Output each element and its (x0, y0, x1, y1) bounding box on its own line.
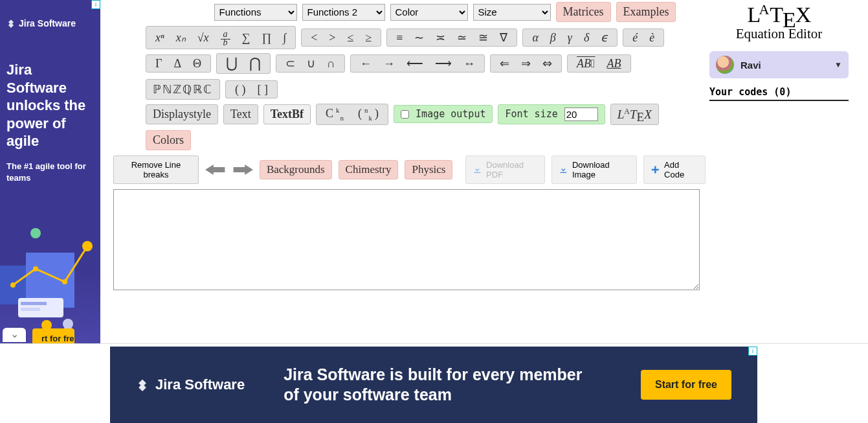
svg-point-12 (63, 319, 73, 329)
dropdown-row: Functions Functions 2 Color Size Matrice… (184, 2, 706, 22)
bottom-ad[interactable]: i Jira Software Jira Software is built f… (110, 347, 757, 423)
download-icon (559, 165, 568, 175)
textbf-button[interactable]: TextBf (263, 104, 311, 124)
image-output-checkbox[interactable] (401, 110, 409, 119)
undo-button[interactable] (205, 162, 226, 177)
backgrounds-button[interactable]: Backgrounds (260, 160, 332, 179)
select-functions-2[interactable]: Functions 2 (302, 4, 385, 21)
symgroup-accents[interactable]: éè (623, 29, 664, 47)
symgroup-brackets[interactable]: ( )[ ] (225, 80, 278, 98)
redo-button[interactable] (232, 162, 253, 177)
symbol-row-1: xⁿxₙ√xab∑∏∫ <>≤≥ ≡∼≍≃≅∇ αβγδϵ éè (146, 26, 706, 49)
svg-point-8 (33, 266, 38, 271)
separator (0, 343, 868, 344)
text-button[interactable]: Text (223, 104, 258, 124)
download-image-button[interactable]: Download Image (551, 155, 637, 184)
symgroup-bigops[interactable]: ⋃⋂ (216, 53, 271, 74)
download-icon (473, 165, 482, 175)
symgroup-relations[interactable]: ≡∼≍≃≅∇ (386, 29, 517, 47)
symgroup-arrows[interactable]: ←→⟵⟶↔ (350, 54, 485, 73)
latex-button[interactable]: LATEX (610, 104, 659, 125)
symgroup-vectors[interactable]: AB⃗AB (567, 54, 631, 73)
user-menu[interactable]: Ravi ▼ (709, 51, 849, 78)
ad-subtext: The #1 agile tool for teams (6, 161, 94, 184)
svg-point-5 (30, 228, 41, 238)
symbol-row-3: Displaystyle Text TextBf Ckn (nk) Image … (146, 104, 706, 150)
sidebar-ad[interactable]: i Jira Software Jira Software unlocks th… (0, 0, 100, 343)
examples-button[interactable]: Examples (616, 2, 676, 22)
svg-marker-15 (233, 165, 252, 175)
bottom-ad-headline: Jira Software is built for every member … (284, 365, 602, 406)
symgroup-sets[interactable]: ⊂∪∩ (276, 54, 345, 73)
ad-headline: Jira Software unlocks the power of agile (6, 61, 94, 150)
bottom-ad-cta[interactable]: Start for free (641, 370, 731, 400)
add-code-button[interactable]: Add Code (643, 155, 706, 184)
app-subtitle: Equation Editor (709, 26, 849, 42)
plus-icon (651, 165, 660, 175)
remove-linebreaks-button[interactable]: Remove Line breaks (113, 155, 199, 184)
latex-logo: LATEX (709, 1, 849, 27)
main-panel: Functions Functions 2 Color Size Matrice… (113, 2, 706, 292)
latex-editor-textarea[interactable] (113, 189, 700, 290)
ad-illustration (0, 207, 100, 343)
ad-info-icon[interactable]: i (91, 0, 100, 9)
bottom-ad-brand: Jira Software (136, 376, 245, 393)
chevron-down-icon: ▼ (834, 60, 842, 69)
symgroup-greek-lower[interactable]: αβγδϵ (522, 29, 618, 47)
displaystyle-button[interactable]: Displaystyle (146, 104, 218, 124)
select-size[interactable]: Size (473, 4, 551, 21)
font-size-label: Font size (505, 108, 557, 120)
symgroup-double-arrows[interactable]: ⇐⇒⇔ (490, 54, 562, 73)
select-color[interactable]: Color (390, 4, 468, 21)
svg-rect-17 (652, 169, 659, 170)
chimestry-button[interactable]: Chimestry (339, 160, 399, 179)
svg-rect-3 (21, 302, 47, 305)
physics-button[interactable]: Physics (405, 160, 452, 179)
svg-marker-14 (205, 165, 225, 175)
ad-info-icon[interactable]: i (748, 347, 757, 356)
ad-collapse-chevron-icon[interactable]: ⌄ (3, 328, 26, 342)
download-pdf-button[interactable]: Download PDF (465, 155, 545, 184)
symgroup-greek-upper[interactable]: ΓΔΘ (146, 54, 211, 73)
ad-brand: Jira Software (6, 18, 94, 29)
svg-point-9 (62, 279, 67, 284)
action-toolbar: Remove Line breaks Backgrounds Chimestry… (113, 155, 706, 184)
font-size-input[interactable] (564, 108, 598, 121)
svg-rect-4 (21, 308, 40, 311)
font-size-control[interactable]: Font size (498, 104, 605, 124)
symgroup-compare[interactable]: <>≤≥ (301, 29, 381, 47)
symgroup-basic[interactable]: xⁿxₙ√xab∑∏∫ (146, 26, 296, 49)
ad-cta-partial[interactable]: rt for free (32, 328, 74, 343)
symbol-row-2: ΓΔΘ ⋃⋂ ⊂∪∩ ←→⟵⟶↔ ⇐⇒⇔ AB⃗AB ℙℕℤℚℝℂ ( )[ ] (146, 53, 706, 100)
image-output-toggle[interactable]: Image output (394, 105, 493, 123)
avatar (716, 56, 734, 74)
your-codes-header: Your codes (0) (709, 86, 849, 101)
combinatorics-button[interactable]: Ckn (nk) (316, 104, 388, 125)
select-functions[interactable]: Functions (214, 4, 297, 21)
colors-button[interactable]: Colors (146, 130, 191, 150)
user-name: Ravi (740, 60, 828, 71)
svg-point-7 (10, 282, 16, 288)
symgroup-number-sets[interactable]: ℙℕℤℚℝℂ (146, 79, 220, 100)
right-panel: LATEX Equation Editor Ravi ▼ Your codes … (709, 1, 849, 101)
matrices-button[interactable]: Matrices (556, 2, 611, 22)
